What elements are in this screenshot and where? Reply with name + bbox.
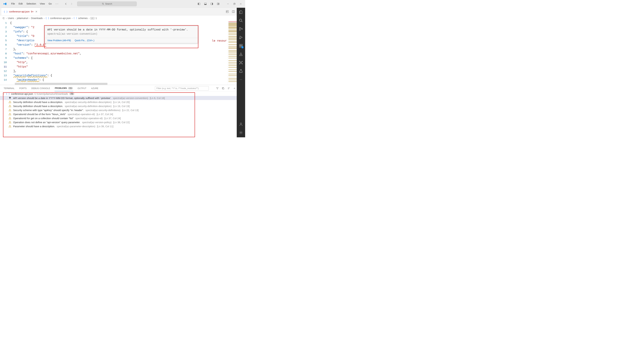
problems-list: { } conference-api.json C:\Users\juliamu… <box>0 92 245 137</box>
warning-icon <box>8 117 12 120</box>
close-icon[interactable] <box>238 1 244 7</box>
problem-row[interactable]: API version should be a date in YYYY-MM-… <box>0 96 245 100</box>
panel-bottom-icon[interactable] <box>202 1 208 7</box>
restore-icon[interactable] <box>231 1 238 7</box>
problem-file-header[interactable]: { } conference-api.json C:\Users\juliamu… <box>0 92 245 96</box>
problem-row[interactable]: OperationId for get on a collection shou… <box>0 116 245 120</box>
azure-icon[interactable] <box>238 52 243 56</box>
problem-message: Operation does not define an "api-versio… <box>13 121 80 124</box>
problem-message: OperationId for get on a collection shou… <box>13 117 74 120</box>
breadcrumb-part[interactable]: juliamuiruri <box>17 17 28 19</box>
menu-overflow-icon[interactable]: ··· <box>54 2 60 6</box>
problem-row[interactable]: Parameter should have a description.spec… <box>0 124 245 128</box>
view-problem-link[interactable]: View Problem (Alt+F8) <box>47 39 71 42</box>
bottom-panel: TERMINAL PORTS DEBUG CONSOLE PROBLEMS73 … <box>0 85 245 137</box>
problem-message: OperationId should be of the form "Noun_… <box>13 113 66 116</box>
panel-tab-problems[interactable]: PROBLEMS73 <box>54 85 73 91</box>
panel-left-icon[interactable] <box>196 1 202 7</box>
testing-icon[interactable] <box>238 69 243 73</box>
problem-row[interactable]: Security scheme with type "apiKey" shoul… <box>0 108 245 112</box>
problems-filter-input[interactable]: Filter (e.g. text, **/*.ts, !**/node_mod… <box>155 86 209 90</box>
file-name: conference-api.json <box>11 92 33 95</box>
activity-bar: 1 ··· <box>237 8 245 137</box>
breadcrumb-part[interactable]: Users <box>8 17 14 19</box>
back-icon[interactable] <box>64 1 68 6</box>
svg-point-18 <box>240 29 240 30</box>
search-icon <box>102 3 104 5</box>
chevron-down-icon[interactable] <box>2 93 5 95</box>
problem-row[interactable]: Security definition should have a descri… <box>0 104 245 108</box>
run-debug-icon[interactable] <box>238 35 243 40</box>
breadcrumb[interactable]: C:› Users› juliamuiruri› Downloads› { } … <box>0 15 245 21</box>
problem-rule: spectral(az-security-definition-descript… <box>65 105 112 107</box>
problem-location: [Ln 38, Col 22] <box>113 121 130 124</box>
panel-tab-azure[interactable]: AZURE <box>91 85 99 91</box>
menu-file[interactable]: File <box>10 2 17 6</box>
forward-icon[interactable] <box>69 1 74 6</box>
horizontal-scrollbar[interactable] <box>15 83 108 85</box>
warning-icon <box>8 100 12 103</box>
breadcrumb-part[interactable]: conference-api.json <box>50 17 71 19</box>
view-as-tree-icon[interactable] <box>227 87 230 90</box>
panel-tab-output[interactable]: OUTPUT <box>77 85 87 91</box>
tab-close-icon[interactable] <box>35 10 38 13</box>
svg-point-27 <box>242 61 242 62</box>
problem-row[interactable]: OperationId should be of the form "Noun_… <box>0 112 245 116</box>
menu-selection[interactable]: Selection <box>25 2 38 6</box>
customize-layout-icon[interactable] <box>215 1 221 7</box>
problem-message: Parameter should have a description. <box>13 125 55 128</box>
array-icon: [ ] <box>74 17 77 19</box>
breadcrumb-part[interactable]: 1 <box>96 17 97 19</box>
accounts-icon[interactable] <box>238 122 243 127</box>
source-control-icon[interactable] <box>238 26 243 31</box>
breadcrumb-part[interactable]: Downloads <box>31 17 42 19</box>
svg-rect-9 <box>218 4 219 5</box>
problem-location: [Ln 14, Col 20] <box>113 101 130 103</box>
tab-label: conference-api.json <box>9 10 30 13</box>
panel-right-icon[interactable] <box>209 1 215 7</box>
extensions-icon[interactable]: 1 <box>238 43 243 48</box>
problem-row[interactable]: Operation does not define an "api-versio… <box>0 120 245 124</box>
quick-fix-link[interactable]: Quick Fix... (Ctrl+.) <box>74 39 94 42</box>
more-icon[interactable]: ··· <box>238 77 243 82</box>
menu-view[interactable]: View <box>38 2 46 6</box>
svg-rect-11 <box>234 3 235 5</box>
chevron-up-icon[interactable] <box>233 87 236 90</box>
breadcrumb-part[interactable]: schemes <box>78 17 88 19</box>
files-icon[interactable] <box>238 10 243 14</box>
filter-icon[interactable] <box>216 87 219 90</box>
collapse-all-icon[interactable] <box>222 87 224 90</box>
settings-gear-icon[interactable] <box>238 130 243 135</box>
titlebar: File Edit Selection View Go ··· Search <box>0 0 245 8</box>
menu-go[interactable]: Go <box>47 2 53 6</box>
svg-point-19 <box>242 28 242 29</box>
search-icon[interactable] <box>238 18 243 23</box>
problems-count-badge: 73 <box>68 87 73 89</box>
split-editor-icon[interactable] <box>232 10 235 13</box>
api-center-icon[interactable] <box>238 60 243 65</box>
code-editor[interactable]: 1{ 2 "swagger": "2 3 "info": { 4 "title"… <box>0 21 228 85</box>
svg-rect-22 <box>240 46 241 47</box>
svg-rect-2 <box>198 3 199 5</box>
editor-area: 1{ 2 "swagger": "2 3 "info": { 4 "title"… <box>0 21 245 85</box>
extensions-badge: 1 <box>241 46 244 48</box>
tab-conference-api[interactable]: { } conference-api.json 9+ <box>1 8 40 15</box>
svg-point-0 <box>102 3 104 4</box>
command-center-search[interactable]: Search <box>77 1 137 6</box>
string-icon: abc <box>90 17 94 19</box>
svg-point-30 <box>240 123 242 124</box>
panel-tab-ports[interactable]: PORTS <box>19 85 27 91</box>
menu-edit[interactable]: Edit <box>17 2 24 6</box>
editor-tabs: { } conference-api.json 9+ ··· <box>0 8 245 15</box>
problem-message: API version should be a date in YYYY-MM-… <box>13 97 111 99</box>
svg-rect-21 <box>240 44 241 46</box>
panel-tab-terminal[interactable]: TERMINAL <box>3 85 15 91</box>
panel-tab-debug-console[interactable]: DEBUG CONSOLE <box>31 85 50 91</box>
problem-row[interactable]: Security definition should have a descri… <box>0 100 245 104</box>
compare-icon[interactable] <box>226 10 229 13</box>
minimize-icon[interactable] <box>225 1 231 7</box>
problem-location: [Ln 39, Col 11] <box>97 125 114 128</box>
svg-point-20 <box>240 38 240 39</box>
breadcrumb-part[interactable]: C: <box>3 17 5 19</box>
layout-controls <box>196 1 244 7</box>
